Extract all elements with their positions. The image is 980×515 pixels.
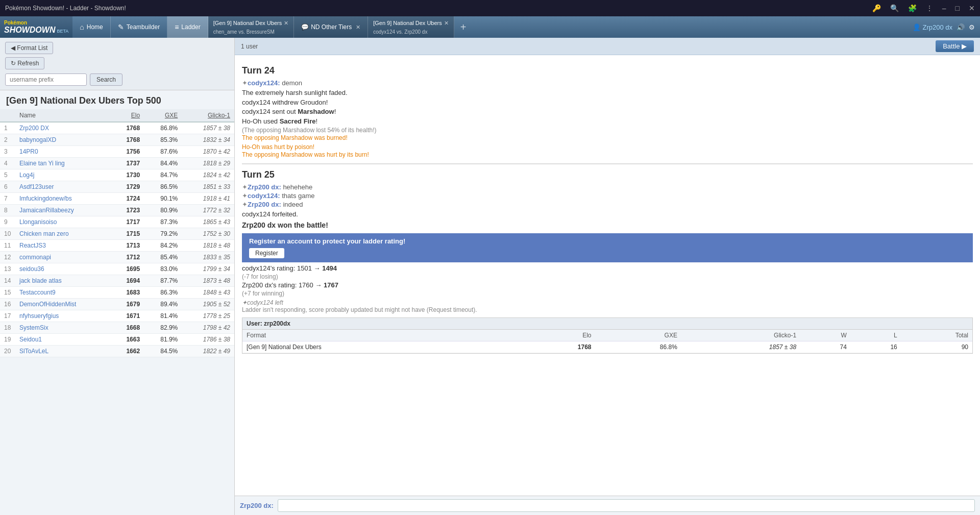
search-icon[interactable]: 🔍 — [890, 4, 899, 12]
player-name[interactable]: SystemSix — [15, 322, 112, 334]
table-row[interactable]: 1 Zrp200 DX 1768 86.8% 1857 ± 38 — [0, 122, 234, 134]
rank-cell: 13 — [0, 263, 15, 275]
settings-icon[interactable]: ⚙ — [969, 23, 975, 31]
register-button[interactable]: Register — [249, 248, 284, 258]
rank-cell: 18 — [0, 322, 15, 334]
player-name[interactable]: SlToAvLeL — [15, 346, 112, 357]
stats-row: [Gen 9] National Dex Ubers 1768 86.8% 18… — [242, 341, 972, 353]
rank-cell: 9 — [0, 216, 15, 228]
tabbar-right: 👤 Zrp200 dx 🔊 ⚙ — [913, 16, 980, 38]
status-text: The opposing Marshadow was hurt by its b… — [242, 151, 973, 158]
tab-battle2[interactable]: [Gen 9] National Dex Ubers ✕ codyx124 vs… — [368, 16, 454, 38]
battle-button[interactable]: Battle ▶ — [936, 40, 974, 52]
gxe-cell: 87.3% — [144, 216, 182, 228]
add-tab-button[interactable]: + — [454, 16, 473, 38]
volume-icon[interactable]: 🔊 — [957, 23, 965, 31]
player-name[interactable]: jack blade atlas — [15, 275, 112, 287]
col-w: W — [800, 330, 851, 341]
glicko-cell: 1905 ± 52 — [182, 299, 234, 310]
rating-change-zrp: (+7 for winning) — [242, 290, 973, 297]
chat-msg: indeed — [283, 201, 303, 208]
player-name[interactable]: commonapi — [15, 252, 112, 263]
col-elo: Elo — [522, 330, 596, 341]
rank-cell: 20 — [0, 346, 15, 357]
player-name[interactable]: ReactJS3 — [15, 240, 112, 252]
close-icon[interactable]: ✕ — [969, 4, 975, 12]
table-row[interactable]: 2 babynogalXD 1768 85.3% 1832 ± 34 — [0, 134, 234, 146]
player-name[interactable]: Chicken man zero — [15, 228, 112, 240]
player-name[interactable]: babynogalXD — [15, 134, 112, 146]
chat-symbol: ✦ — [242, 79, 248, 87]
refresh-button[interactable]: ↻ Refresh — [5, 57, 44, 69]
user-stats-header: User: zrp200dx — [242, 318, 972, 330]
main-layout: ◀ Format List ↻ Refresh Search [Gen 9] N… — [0, 38, 980, 515]
table-row[interactable]: 14 jack blade atlas 1694 87.7% 1873 ± 48 — [0, 275, 234, 287]
table-row[interactable]: 20 SlToAvLeL 1662 84.5% 1822 ± 49 — [0, 346, 234, 357]
old-rating-zrp: 1760 — [299, 281, 313, 289]
chat-symbol: ✦ — [242, 201, 248, 208]
glicko-cell: 1918 ± 41 — [182, 193, 234, 205]
current-user[interactable]: 👤 Zrp200 dx — [913, 23, 952, 31]
player-name[interactable]: Testaccount9 — [15, 287, 112, 299]
player-name[interactable]: Zrp200 DX — [15, 122, 112, 134]
table-row[interactable]: 19 Seidou1 1663 81.9% 1786 ± 38 — [0, 334, 234, 346]
table-row[interactable]: 17 nfyhsueryfgius 1671 81.4% 1778 ± 25 — [0, 310, 234, 322]
tab-home[interactable]: ⌂ Home — [72, 16, 110, 38]
table-row[interactable]: 16 DemonOfHiddenMist 1679 89.4% 1905 ± 5… — [0, 299, 234, 310]
player-name[interactable]: Imfuckingdonew/bs — [15, 193, 112, 205]
table-row[interactable]: 13 seidou36 1695 83.0% 1799 ± 34 — [0, 263, 234, 275]
chat-input[interactable] — [278, 499, 975, 512]
tab-battle2-close[interactable]: ✕ — [444, 20, 449, 27]
register-banner: Register an account to protect your ladd… — [242, 233, 973, 262]
table-row[interactable]: 18 SystemSix 1668 82.9% 1798 ± 42 — [0, 322, 234, 334]
table-row[interactable]: 8 JamaicanRillabeezy 1723 80.9% 1772 ± 3… — [0, 205, 234, 216]
logo[interactable]: Pokémon SHOWDOWN BETA — [0, 16, 72, 38]
table-row[interactable]: 5 Log4j 1730 84.7% 1824 ± 42 — [0, 169, 234, 181]
table-row[interactable]: 12 commonapi 1712 85.4% 1833 ± 35 — [0, 252, 234, 263]
tab-battle2-chat-close[interactable]: ✕ — [356, 24, 360, 31]
elo-cell: 1737 — [112, 158, 144, 169]
search-button[interactable]: Search — [90, 73, 122, 86]
format-list-button[interactable]: ◀ Format List — [5, 42, 53, 54]
player-name[interactable]: Llonganisoiso — [15, 216, 112, 228]
battle-log[interactable]: Turn 24 ✦codyx124: demon The extremely h… — [235, 55, 980, 496]
minimize-icon[interactable]: – — [942, 4, 946, 12]
table-row[interactable]: 10 Chicken man zero 1715 79.2% 1752 ± 30 — [0, 228, 234, 240]
search-input[interactable] — [5, 73, 87, 86]
player-name[interactable]: nfyhsueryfgius — [15, 310, 112, 322]
player-name[interactable]: Seidou1 — [15, 334, 112, 346]
table-row[interactable]: 3 14PR0 1756 87.6% 1870 ± 42 — [0, 146, 234, 158]
tab-ladder[interactable]: ≡ Ladder — [167, 16, 208, 38]
player-name[interactable]: Elaine tan Yi ling — [15, 158, 112, 169]
more-options-icon[interactable]: ⋮ — [926, 4, 933, 12]
rank-cell: 15 — [0, 287, 15, 299]
key-icon[interactable]: 🔑 — [872, 4, 881, 12]
puzzle-icon[interactable]: 🧩 — [908, 4, 917, 12]
player-name[interactable]: JamaicanRillabeezy — [15, 205, 112, 216]
player-name[interactable]: Asdf123user — [15, 181, 112, 193]
player-name[interactable]: 14PR0 — [15, 146, 112, 158]
gxe-cell: 81.4% — [144, 310, 182, 322]
tab-battle1-title: [Gen 9] National Dex Ubers — [213, 20, 282, 26]
turn-24-header: Turn 24 — [242, 60, 973, 76]
player-name[interactable]: Log4j — [15, 169, 112, 181]
ladder-table-wrap[interactable]: Name Elo GXE Glicko-1 1 Zrp200 DX 1768 8… — [0, 109, 234, 515]
maximize-icon[interactable]: □ — [955, 4, 960, 12]
tab-teambuilder[interactable]: ✎ Teambuilder — [111, 16, 167, 38]
table-row[interactable]: 9 Llonganisoiso 1717 87.3% 1865 ± 43 — [0, 216, 234, 228]
elo-cell: 1683 — [112, 287, 144, 299]
elo-cell: 1768 — [112, 122, 144, 134]
table-row[interactable]: 15 Testaccount9 1683 86.3% 1848 ± 43 — [0, 287, 234, 299]
player-name[interactable]: seidou36 — [15, 263, 112, 275]
tab-battle1[interactable]: [Gen 9] National Dex Ubers ✕ chen_ame vs… — [208, 16, 295, 38]
table-row[interactable]: 7 Imfuckingdonew/bs 1724 90.1% 1918 ± 41 — [0, 193, 234, 205]
tab-battle1-close[interactable]: ✕ — [284, 20, 288, 27]
player-name[interactable]: DemonOfHiddenMist — [15, 299, 112, 310]
table-row[interactable]: 6 Asdf123user 1729 86.5% 1851 ± 33 — [0, 181, 234, 193]
table-row[interactable]: 11 ReactJS3 1713 84.2% 1818 ± 48 — [0, 240, 234, 252]
table-row[interactable]: 4 Elaine tan Yi ling 1737 84.4% 1818 ± 2… — [0, 158, 234, 169]
tab-battle2-chat[interactable]: 💬 ND Other Tiers ✕ — [294, 16, 368, 38]
ladder-panel: ◀ Format List ↻ Refresh Search [Gen 9] N… — [0, 38, 235, 515]
rank-cell: 3 — [0, 146, 15, 158]
rank-cell: 11 — [0, 240, 15, 252]
